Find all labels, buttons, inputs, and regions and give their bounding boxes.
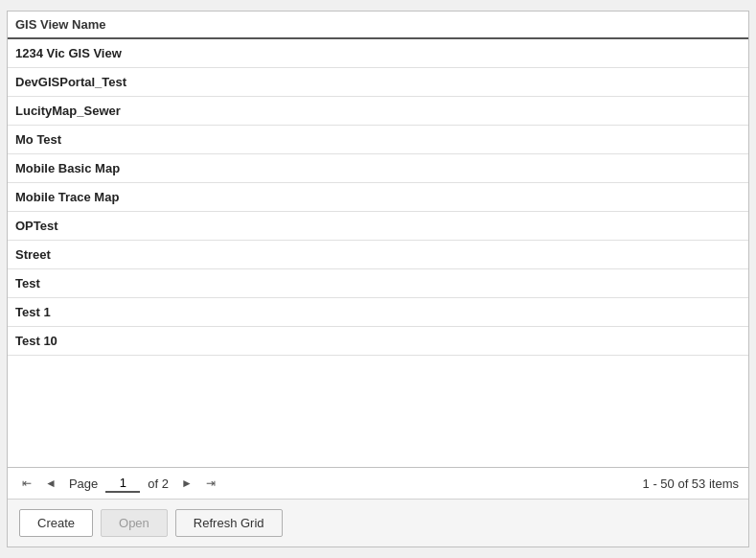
gis-view-name-cell: Mo Test [15, 132, 741, 147]
gis-view-name-cell: LucityMap_Sewer [15, 104, 741, 118]
page-label: Page [69, 477, 98, 491]
next-page-button[interactable]: ► [176, 474, 197, 493]
items-count: 1 - 50 of 53 items [643, 477, 739, 491]
gis-view-name-cell: Street [15, 247, 741, 262]
gis-view-name-cell: Test 1 [15, 305, 741, 319]
grid-container: GIS View Name 1234 Vic GIS ViewDevGISPor… [8, 12, 748, 468]
prev-page-button[interactable]: ◄ [40, 474, 61, 493]
gis-view-name-cell: OPTest [15, 219, 741, 233]
create-button[interactable]: Create [19, 509, 93, 537]
open-button[interactable]: Open [101, 509, 168, 537]
gis-view-name-cell: Mobile Trace Map [15, 190, 741, 204]
page-number-input[interactable] [105, 475, 140, 493]
main-panel: GIS View Name 1234 Vic GIS ViewDevGISPor… [7, 11, 749, 547]
table-row[interactable]: Mobile Trace Map [8, 183, 748, 212]
gis-view-name-cell: 1234 Vic GIS View [15, 46, 741, 60]
table-row[interactable]: Test 1 [8, 298, 748, 327]
table-row[interactable]: Mobile Basic Map [8, 154, 748, 183]
column-header-gis-view-name: GIS View Name [15, 17, 741, 32]
last-page-button[interactable]: ⇥ [201, 474, 220, 493]
gis-view-name-cell: Test 10 [15, 334, 741, 348]
table-row[interactable]: DevGISPortal_Test [8, 68, 748, 97]
table-row[interactable]: Mo Test [8, 126, 748, 154]
table-row[interactable]: OPTest [8, 212, 748, 241]
pagination-bar: ⇤ ◄ Page of 2 ► ⇥ 1 - 50 of 53 items [8, 468, 748, 500]
table-row[interactable]: Test 10 [8, 327, 748, 356]
grid-body[interactable]: 1234 Vic GIS ViewDevGISPortal_TestLucity… [8, 39, 748, 467]
table-row[interactable]: Street [8, 241, 748, 269]
toolbar: Create Open Refresh Grid [8, 500, 748, 546]
grid-header: GIS View Name [8, 12, 748, 39]
gis-view-name-cell: Mobile Basic Map [15, 161, 741, 175]
gis-view-name-cell: DevGISPortal_Test [15, 75, 741, 89]
of-label: of 2 [148, 477, 169, 491]
table-row[interactable]: 1234 Vic GIS View [8, 39, 748, 68]
table-row[interactable]: Test [8, 269, 748, 298]
refresh-grid-button[interactable]: Refresh Grid [175, 509, 283, 537]
gis-view-name-cell: Test [15, 276, 741, 291]
first-page-button[interactable]: ⇤ [17, 474, 36, 493]
table-row[interactable]: LucityMap_Sewer [8, 97, 748, 126]
